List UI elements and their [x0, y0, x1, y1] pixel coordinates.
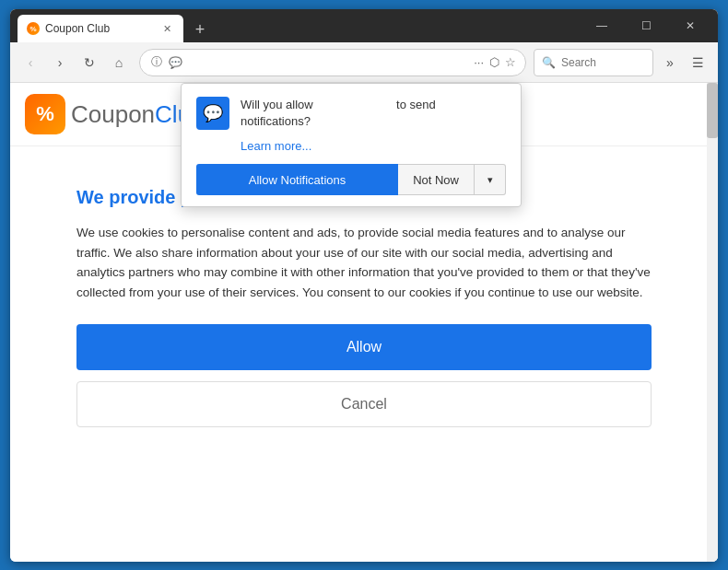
- search-icon: 🔍: [542, 56, 556, 69]
- minimize-button[interactable]: —: [581, 12, 622, 40]
- address-bar[interactable]: ⓘ 💬 ··· ⬡ ☆: [139, 49, 526, 76]
- star-icon[interactable]: ☆: [505, 55, 516, 69]
- not-now-button[interactable]: Not Now: [398, 164, 475, 195]
- notification-popup: 💬 Will you allow to send notifications? …: [181, 83, 522, 207]
- nav-right-buttons: » ☰: [657, 50, 710, 76]
- close-button[interactable]: ✕: [670, 12, 710, 40]
- logo-icon: %: [25, 94, 65, 134]
- chevron-down-icon: ▾: [487, 174, 493, 186]
- window-controls: — ☐ ✕: [581, 12, 710, 40]
- forward-button[interactable]: ›: [47, 50, 73, 76]
- notification-header: 💬 Will you allow to send notifications?: [196, 97, 506, 130]
- notification-chat-icon: 💬: [196, 97, 229, 130]
- address-right-icons: ··· ⬡ ☆: [474, 55, 516, 69]
- search-input[interactable]: [561, 56, 635, 69]
- more-icon[interactable]: ···: [474, 55, 484, 69]
- new-tab-button[interactable]: +: [187, 17, 213, 42]
- pocket-icon[interactable]: ⬡: [489, 55, 499, 69]
- tab-title: Coupon Club: [45, 22, 154, 35]
- tab-close-button[interactable]: ✕: [159, 21, 174, 36]
- learn-more-link[interactable]: Learn more...: [241, 139, 506, 153]
- chat-bubble-icon: 💬: [168, 55, 182, 70]
- logo-percent-symbol: %: [36, 102, 54, 126]
- logo-coupon-text: Coupon: [71, 100, 155, 128]
- cookie-body-text: We use cookies to personalise content an…: [76, 223, 652, 302]
- search-box[interactable]: 🔍: [534, 49, 653, 76]
- cookie-cancel-button[interactable]: Cancel: [76, 381, 652, 427]
- notification-buttons: Allow Notifications Not Now ▾: [196, 164, 506, 195]
- address-icons: ⓘ 💬: [149, 55, 182, 70]
- refresh-button[interactable]: ↻: [76, 50, 102, 76]
- maximize-button[interactable]: ☐: [626, 12, 666, 40]
- browser-window: % Coupon Club ✕ + — ☐ ✕ ‹ › ↻ ⌂ ⓘ 💬 ···: [10, 9, 718, 562]
- notification-dropdown-button[interactable]: ▾: [475, 164, 506, 195]
- site-logo: % CouponClub: [25, 94, 205, 134]
- scrollbar-thumb[interactable]: [707, 83, 718, 138]
- menu-button[interactable]: ☰: [685, 50, 710, 76]
- nav-bar: ‹ › ↻ ⌂ ⓘ 💬 ··· ⬡ ☆ 🔍 » ☰: [10, 42, 718, 83]
- title-bar: % Coupon Club ✕ + — ☐ ✕: [10, 9, 718, 42]
- browser-tab[interactable]: % Coupon Club ✕: [18, 15, 183, 42]
- notification-text: Will you allow to send notifications?: [241, 97, 436, 130]
- cookie-allow-button[interactable]: Allow: [76, 324, 652, 370]
- tab-bar: % Coupon Club ✕ +: [18, 9, 581, 42]
- tab-favicon: %: [27, 22, 40, 35]
- allow-notifications-button[interactable]: Allow Notifications: [196, 164, 398, 195]
- home-button[interactable]: ⌂: [106, 50, 132, 76]
- cookie-consent-box: We provide you personalised content with…: [47, 165, 681, 449]
- info-icon: ⓘ: [149, 55, 164, 70]
- more-nav-button[interactable]: »: [657, 50, 683, 76]
- scrollbar-track: [707, 83, 718, 562]
- back-button[interactable]: ‹: [18, 50, 43, 76]
